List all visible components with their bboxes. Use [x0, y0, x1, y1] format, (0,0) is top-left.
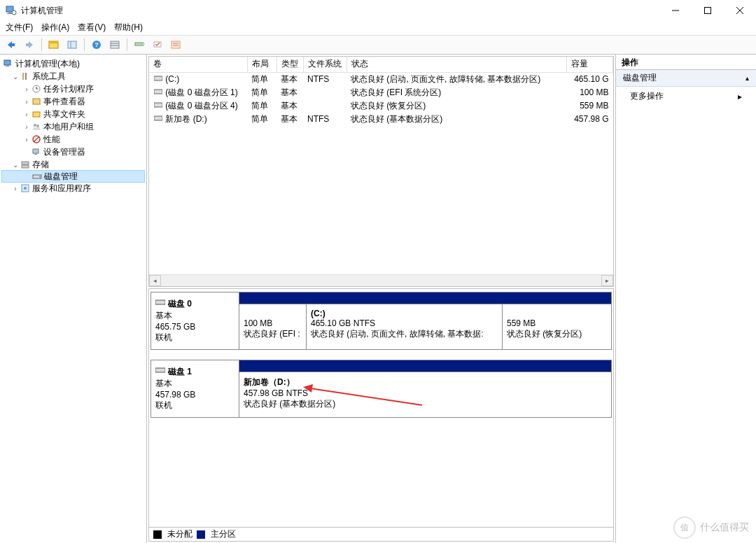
settings-button[interactable] [131, 37, 148, 52]
svg-rect-5 [705, 8, 711, 14]
tree-pane[interactable]: 计算机管理(本地) ⌄ 系统工具 › 任务计划程序 › 事件查看器 › 共享文件… [0, 55, 147, 543]
forward-button[interactable] [21, 37, 38, 52]
table-row[interactable]: (C:)简单基本NTFS状态良好 (启动, 页面文件, 故障转储, 基本数据分区… [149, 72, 613, 86]
col-capacity[interactable]: 容量 [567, 57, 613, 72]
folder-icon [31, 108, 42, 120]
scroll-track[interactable] [161, 275, 601, 286]
collapse-icon[interactable]: ⌄ [11, 161, 20, 169]
actions-header: 操作 [616, 55, 756, 70]
partition[interactable]: 100 MB状态良好 (EFI : [239, 304, 307, 349]
tree-eventviewer[interactable]: › 事件查看器 [1, 95, 145, 108]
toolbar: ? [0, 35, 756, 55]
svg-rect-42 [22, 162, 29, 164]
separator [84, 38, 85, 51]
minimize-button[interactable] [659, 0, 692, 21]
expand-icon[interactable]: › [22, 123, 31, 131]
volume-icon [153, 101, 163, 111]
col-layout[interactable]: 布局 [247, 57, 276, 72]
actions-more[interactable]: 更多操作 ▸ [616, 87, 756, 106]
partition[interactable]: 新加卷（D:）457.98 GB NTFS状态良好 (基本数据分区) [239, 372, 611, 417]
tree-users-groups[interactable]: › 本地用户和组 [1, 120, 145, 133]
tree-root[interactable]: 计算机管理(本地) [1, 57, 145, 70]
svg-rect-48 [154, 76, 162, 80]
table-row[interactable]: (磁盘 0 磁盘分区 1)简单基本状态良好 (EFI 系统分区)100 MB [149, 86, 613, 99]
svg-rect-27 [6, 66, 9, 66]
tree-performance[interactable]: › 性能 [1, 133, 145, 146]
volume-list[interactable]: 卷 布局 类型 文件系统 状态 容量 (C:)简单基本NTFS状态良好 (启动,… [148, 56, 614, 287]
collapse-icon[interactable]: ⌄ [11, 73, 20, 80]
maximize-button[interactable] [692, 0, 724, 21]
table-header-row: 卷 布局 类型 文件系统 状态 容量 [149, 57, 613, 72]
view-button[interactable] [106, 37, 123, 52]
properties-button[interactable] [64, 37, 80, 52]
tree-disk-management[interactable]: 磁盘管理 [1, 170, 145, 183]
watermark: 值 什么值得买 [673, 516, 749, 539]
close-button[interactable] [724, 0, 756, 21]
svg-rect-13 [49, 41, 58, 43]
tree-services[interactable]: › 服务和应用程序 [1, 182, 145, 195]
disk-icon [155, 298, 165, 308]
expand-icon[interactable]: › [11, 185, 20, 192]
expand-icon[interactable]: › [22, 98, 31, 106]
menu-action[interactable]: 操作(A) [41, 22, 69, 34]
help-button[interactable]: ? [88, 37, 105, 52]
list-button[interactable] [167, 37, 184, 52]
back-button[interactable] [3, 37, 20, 52]
expand-icon[interactable]: › [22, 111, 31, 118]
disk-graphic-pane[interactable]: 磁盘 0基本465.75 GB联机 100 MB状态良好 (EFI :(C:)4… [148, 288, 614, 542]
scroll-left-button[interactable]: ◂ [149, 275, 161, 286]
menu-bar: 文件(F) 操作(A) 查看(V) 帮助(H) [0, 21, 756, 35]
svg-rect-21 [135, 43, 142, 45]
menu-help[interactable]: 帮助(H) [114, 22, 143, 34]
svg-text:?: ? [94, 41, 99, 48]
svg-point-3 [12, 10, 16, 15]
tree-device-manager[interactable]: 设备管理器 [1, 146, 145, 158]
svg-rect-40 [33, 149, 38, 153]
event-icon [31, 96, 42, 107]
show-hide-button[interactable] [46, 37, 62, 52]
tree-shared-folders[interactable]: › 共享文件夹 [1, 108, 145, 120]
col-volume[interactable]: 卷 [149, 57, 247, 72]
computer-icon [3, 58, 14, 69]
center-pane: 卷 布局 类型 文件系统 状态 容量 (C:)简单基本NTFS状态良好 (启动,… [147, 55, 616, 543]
legend-unallocated-swatch [153, 530, 162, 539]
window-titlebar: 计算机管理 [0, 0, 756, 21]
disk-row[interactable]: 磁盘 0基本465.75 GB联机 100 MB状态良好 (EFI :(C:)4… [150, 292, 612, 350]
svg-line-39 [34, 136, 39, 142]
collapse-icon[interactable]: ▴ [746, 74, 749, 82]
disk-info[interactable]: 磁盘 0基本465.75 GB联机 [151, 292, 239, 349]
volume-icon [153, 87, 163, 97]
table-row[interactable]: (磁盘 0 磁盘分区 4)简单基本状态良好 (恢复分区)559 MB [149, 99, 613, 113]
svg-rect-53 [155, 368, 165, 372]
tools-icon [20, 71, 31, 82]
action-button[interactable] [149, 37, 166, 52]
menu-view[interactable]: 查看(V) [78, 22, 106, 34]
device-icon [31, 146, 42, 157]
svg-rect-34 [33, 112, 40, 117]
volume-icon [153, 114, 163, 124]
chevron-right-icon: ▸ [738, 92, 742, 101]
actions-section[interactable]: 磁盘管理 ▴ [616, 70, 756, 87]
menu-file[interactable]: 文件(F) [6, 22, 33, 34]
partition[interactable]: 559 MB状态良好 (恢复分区) [503, 304, 598, 349]
services-icon [20, 183, 31, 194]
separator [127, 38, 127, 51]
col-fs[interactable]: 文件系统 [303, 57, 346, 72]
expand-icon[interactable]: › [22, 85, 31, 93]
svg-rect-23 [172, 41, 180, 48]
table-row[interactable]: 新加卷 (D:)简单基本NTFS状态良好 (基本数据分区)457.98 G [149, 113, 613, 126]
tree-storage[interactable]: ⌄ 存储 [1, 158, 145, 171]
scroll-right-button[interactable]: ▸ [601, 275, 613, 286]
tree-scheduler[interactable]: › 任务计划程序 [1, 83, 145, 95]
svg-rect-51 [154, 116, 162, 120]
tree-systools[interactable]: ⌄ 系统工具 [1, 70, 145, 83]
legend-unallocated-label: 未分配 [167, 528, 192, 540]
horizontal-scrollbar[interactable]: ◂ ▸ [149, 274, 613, 286]
expand-icon[interactable]: › [22, 136, 31, 143]
disk-info[interactable]: 磁盘 1基本457.98 GB联机 [151, 360, 239, 417]
col-type[interactable]: 类型 [276, 57, 303, 72]
partition[interactable]: (C:)465.10 GB NTFS状态良好 (启动, 页面文件, 故障转储, … [307, 304, 503, 349]
col-status[interactable]: 状态 [346, 57, 567, 72]
svg-rect-1 [8, 13, 11, 13]
disk-row[interactable]: 磁盘 1基本457.98 GB联机新加卷（D:）457.98 GB NTFS状态… [150, 360, 612, 418]
